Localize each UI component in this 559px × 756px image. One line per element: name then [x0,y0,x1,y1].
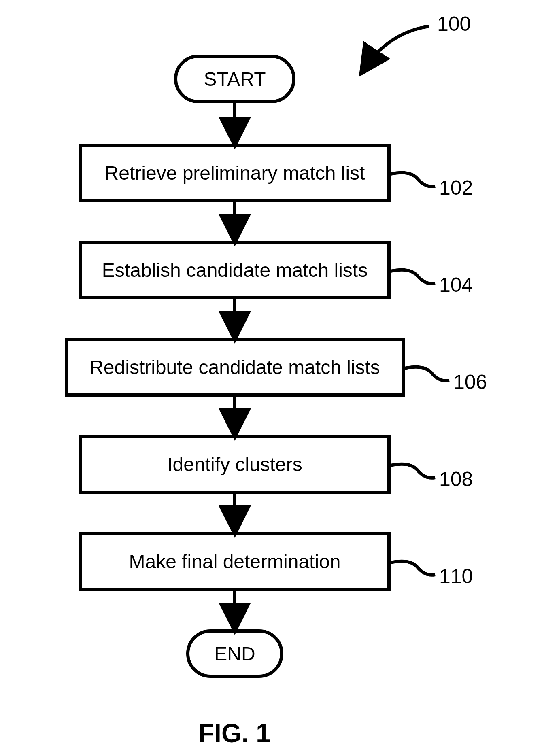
leader-line-104 [391,270,435,284]
leader-line-110 [391,561,435,575]
leader-line-106 [405,367,449,381]
process-step-1: Retrieve preliminary match list [79,144,391,202]
leader-line-108 [391,464,435,478]
ref-label-figure: 100 [437,12,471,36]
process-step-2-label: Establish candidate match lists [102,259,368,281]
ref-label-step-4: 108 [439,467,473,491]
terminal-start: START [174,55,295,103]
process-step-4: Identify clusters [79,435,391,494]
leader-line-102 [391,173,435,187]
process-step-4-label: Identify clusters [167,453,302,476]
process-step-2: Establish candidate match lists [79,241,391,299]
terminal-start-label: START [204,68,266,90]
ref-label-step-5: 110 [439,565,473,588]
ref-label-step-2: 104 [439,273,473,297]
process-step-3: Redistribute candidate match lists [65,338,405,397]
terminal-end: END [186,629,283,678]
ref-label-step-3: 106 [453,370,487,394]
process-step-5-label: Make final determination [129,550,341,573]
ref-label-step-1: 102 [439,176,473,200]
flowchart-canvas: 100 START Retrieve preliminary match lis… [0,0,559,756]
process-step-5: Make final determination [79,532,391,591]
terminal-end-label: END [214,643,255,665]
pointer-arrow-100 [364,26,429,69]
figure-caption: FIG. 1 [198,718,270,748]
process-step-1-label: Retrieve preliminary match list [105,162,365,184]
process-step-3-label: Redistribute candidate match lists [89,356,380,378]
